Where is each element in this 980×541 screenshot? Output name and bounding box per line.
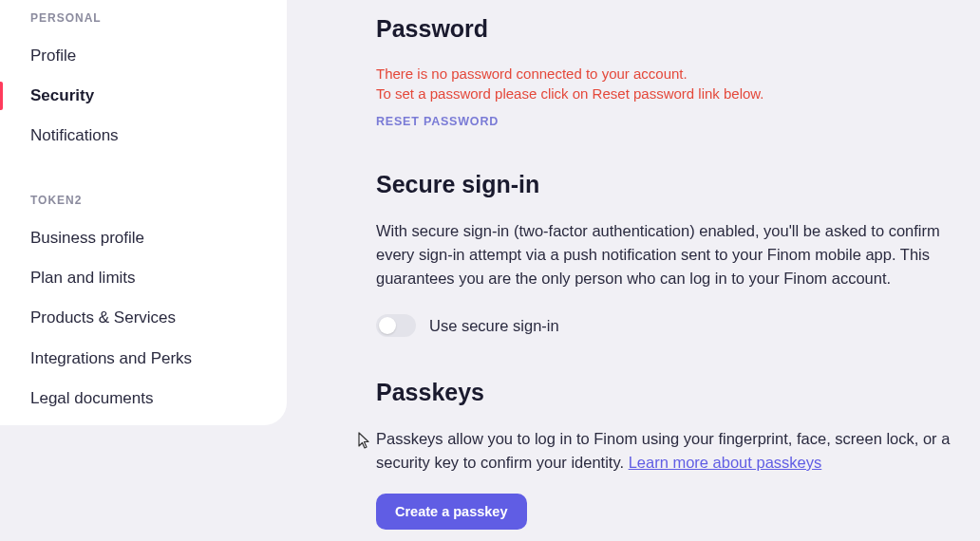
sidebar-item-security[interactable]: Security [0,76,287,116]
passkeys-desc: Passkeys allow you to log in to Finom us… [376,427,980,475]
sidebar-item-label: Business profile [30,229,144,247]
password-section: Password There is no password connected … [376,15,980,129]
password-warning-line2: To set a password please click on Reset … [376,85,764,102]
sidebar-item-products-services[interactable]: Products & Services [0,298,287,338]
sidebar-item-label: Security [30,86,94,104]
password-heading: Password [376,15,980,43]
passkeys-heading: Passkeys [376,379,980,406]
secure-signin-section: Secure sign-in With secure sign-in (two-… [376,171,980,337]
sidebar-item-business-profile[interactable]: Business profile [0,218,287,258]
passkeys-section: Passkeys Passkeys allow you to log in to… [376,379,980,530]
sidebar: PERSONAL Profile Security Notifications … [0,0,287,425]
sidebar-item-label: Products & Services [30,308,176,326]
sidebar-item-label: Profile [30,47,76,65]
learn-more-passkeys-link[interactable]: Learn more about passkeys [629,454,822,471]
sidebar-section-personal: PERSONAL [0,8,287,36]
secure-signin-toggle[interactable] [376,314,416,337]
password-warning-line1: There is no password connected to your a… [376,65,688,82]
sidebar-item-profile[interactable]: Profile [0,36,287,76]
secure-signin-toggle-row: Use secure sign-in [376,314,980,337]
sidebar-item-plan-limits[interactable]: Plan and limits [0,258,287,298]
sidebar-section-token2: TOKEN2 [0,156,287,218]
main-content: Password There is no password connected … [287,0,980,541]
sidebar-item-integrations-perks[interactable]: Integrations and Perks [0,339,287,379]
create-passkey-button[interactable]: Create a passkey [376,494,527,530]
sidebar-item-legal-documents[interactable]: Legal documents [0,379,287,419]
reset-password-link[interactable]: RESET PASSWORD [376,115,499,128]
sidebar-item-label: Plan and limits [30,269,136,287]
sidebar-item-label: Notifications [30,126,119,144]
sidebar-item-label: Integrations and Perks [30,349,192,367]
secure-signin-heading: Secure sign-in [376,171,980,198]
secure-signin-toggle-label: Use secure sign-in [429,317,559,335]
password-warning: There is no password connected to your a… [376,64,980,103]
sidebar-item-notifications[interactable]: Notifications [0,116,287,156]
sidebar-item-label: Legal documents [30,389,153,407]
secure-signin-desc: With secure sign-in (two-factor authenti… [376,219,980,289]
